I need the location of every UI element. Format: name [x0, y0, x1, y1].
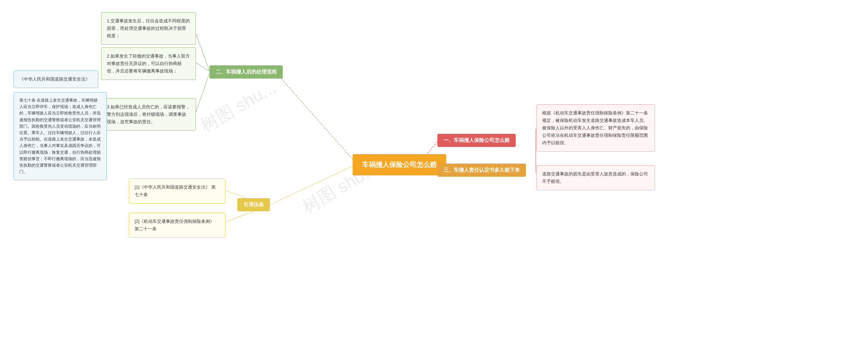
law-detail-box: 第七十条 在道路上发生交通事故，车辆驾驶人应当立即停车，保护现场；造成人身伤亡的…: [14, 92, 107, 180]
insurance-box-2: 道路交通事故的损失是由受害人故意造成的，保险公司不予赔偿。: [536, 165, 655, 190]
law-ref-title: 《中华人民共和国道路交通安全法》: [14, 70, 98, 88]
cite-box-2: [2]《机动车交通事故责任强制保险条例》 第二十一条: [129, 213, 225, 238]
mind-map-canvas: 树图 shu... 树图 shu... 车祸撞人保险公司怎么赔 二、车祸撞人后的…: [0, 0, 868, 341]
center-node: 车祸撞人保险公司怎么赔: [353, 154, 446, 175]
branch-node-3: 三、车撞人责任认定书多久能下来: [437, 164, 526, 177]
content-box-1: 1.交通事故发生后，往往会造成不同程度的损害，而处理交通事故的过程取决于损害程度…: [101, 12, 196, 45]
watermark-1: 树图 shu...: [196, 76, 280, 137]
content-box-2: 2.如果发生了轻微的交通事故，当事人双方对事故责任无异议的，可以自行协商赔偿，并…: [101, 47, 196, 80]
svg-line-5: [196, 63, 210, 71]
svg-line-3: [268, 166, 353, 206]
branch-node-cite: 引用法条: [237, 198, 270, 211]
branch-node-2: 二、车祸撞人后的处理流程: [210, 65, 283, 79]
branch-node-1: 一、车祸撞人保险公司怎么赔: [437, 134, 516, 147]
svg-line-4: [196, 34, 210, 71]
insurance-box-1: 根据《机动车交通事故责任强制保险条例》第二十一条规定，被保险机动车发生道路交通事…: [536, 104, 655, 152]
content-box-3: 3.如果已经造成人员伤亡的，应该要报警，警方到达现场后，将封锁现场，调查事故现场…: [101, 98, 196, 131]
svg-line-6: [196, 73, 210, 112]
svg-line-2: [276, 73, 353, 159]
cite-box-1: [1]《中华人民共和国道路交通安全法》 第七十条: [129, 178, 225, 204]
